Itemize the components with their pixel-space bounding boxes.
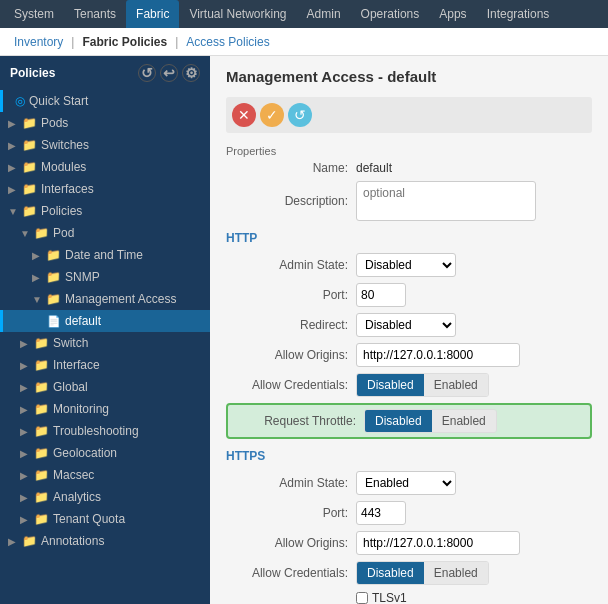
ssl-protocols-group: TLSv1 TLSv1.1 TLSv1.2 bbox=[356, 591, 417, 604]
description-input[interactable] bbox=[356, 181, 536, 221]
sidebar-item-pods[interactable]: ▶ 📁 Pods bbox=[0, 112, 210, 134]
https-allow-credentials-enabled-btn[interactable]: Enabled bbox=[424, 562, 488, 584]
sidebar-item-tenant-quota[interactable]: ▶ 📁 Tenant Quota bbox=[0, 508, 210, 530]
submit-button[interactable]: ✓ bbox=[260, 103, 284, 127]
chevron-icon: ▶ bbox=[20, 426, 30, 437]
http-admin-state-label: Admin State: bbox=[226, 258, 356, 272]
sidebar-item-macsec[interactable]: ▶ 📁 Macsec bbox=[0, 464, 210, 486]
sidebar-item-label: Macsec bbox=[53, 468, 94, 482]
chevron-icon: ▶ bbox=[8, 118, 18, 129]
http-port-label: Port: bbox=[226, 288, 356, 302]
file-icon: 📄 bbox=[47, 315, 61, 328]
sidebar-item-label: Switches bbox=[41, 138, 89, 152]
folder-icon: 📁 bbox=[22, 160, 37, 174]
folder-icon: 📁 bbox=[34, 512, 49, 526]
sidebar-item-global[interactable]: ▶ 📁 Global bbox=[0, 376, 210, 398]
folder-icon: 📁 bbox=[34, 336, 49, 350]
sidebar-item-label: Monitoring bbox=[53, 402, 109, 416]
nav-system[interactable]: System bbox=[4, 0, 64, 28]
http-allow-credentials-disabled-btn[interactable]: Disabled bbox=[357, 374, 424, 396]
folder-icon: 📁 bbox=[34, 380, 49, 394]
chevron-icon: ▼ bbox=[8, 206, 18, 217]
sidebar-item-quick-start[interactable]: ◎ Quick Start bbox=[0, 90, 210, 112]
sidebar-item-monitoring[interactable]: ▶ 📁 Monitoring bbox=[0, 398, 210, 420]
https-port-input[interactable] bbox=[356, 501, 406, 525]
https-port-row: Port: bbox=[226, 501, 592, 525]
sidebar-item-interface[interactable]: ▶ 📁 Interface bbox=[0, 354, 210, 376]
folder-icon: 📁 bbox=[34, 424, 49, 438]
sidebar-item-modules[interactable]: ▶ 📁 Modules bbox=[0, 156, 210, 178]
sidebar-item-label: Global bbox=[53, 380, 88, 394]
delete-button[interactable]: ✕ bbox=[232, 103, 256, 127]
http-request-throttle-disabled-btn[interactable]: Disabled bbox=[365, 410, 432, 432]
sidebar-item-geolocation[interactable]: ▶ 📁 Geolocation bbox=[0, 442, 210, 464]
sidebar-item-label: default bbox=[65, 314, 101, 328]
http-port-input[interactable] bbox=[356, 283, 406, 307]
chevron-icon: ▶ bbox=[20, 448, 30, 459]
name-value: default bbox=[356, 161, 392, 175]
sidebar-item-interfaces[interactable]: ▶ 📁 Interfaces bbox=[0, 178, 210, 200]
nav-apps[interactable]: Apps bbox=[429, 0, 476, 28]
sidebar-item-analytics[interactable]: ▶ 📁 Analytics bbox=[0, 486, 210, 508]
sidebar-item-label: SNMP bbox=[65, 270, 100, 284]
sidebar-item-annotations[interactable]: ▶ 📁 Annotations bbox=[0, 530, 210, 552]
sidebar-item-label: Interfaces bbox=[41, 182, 94, 196]
sidebar-item-policies[interactable]: ▼ 📁 Policies bbox=[0, 200, 210, 222]
sidebar-item-management-access[interactable]: ▼ 📁 Management Access bbox=[0, 288, 210, 310]
http-allow-origins-input[interactable] bbox=[356, 343, 520, 367]
nav-fabric[interactable]: Fabric bbox=[126, 0, 179, 28]
sidebar-item-date-time[interactable]: ▶ 📁 Date and Time bbox=[0, 244, 210, 266]
https-admin-state-select[interactable]: Enabled Disabled bbox=[356, 471, 456, 495]
nav-integrations[interactable]: Integrations bbox=[477, 0, 560, 28]
http-allow-credentials-label: Allow Credentials: bbox=[226, 378, 356, 392]
folder-icon: 📁 bbox=[22, 204, 37, 218]
refresh-button[interactable]: ↺ bbox=[288, 103, 312, 127]
sidebar-item-label: Interface bbox=[53, 358, 100, 372]
https-allow-credentials-disabled-btn[interactable]: Disabled bbox=[357, 562, 424, 584]
chevron-icon: ▼ bbox=[32, 294, 42, 305]
chevron-icon: ▶ bbox=[20, 382, 30, 393]
nav-virtual-networking[interactable]: Virtual Networking bbox=[179, 0, 296, 28]
sidebar-item-troubleshooting[interactable]: ▶ 📁 Troubleshooting bbox=[0, 420, 210, 442]
description-row: Description: bbox=[226, 181, 592, 221]
top-nav: System Tenants Fabric Virtual Networking… bbox=[0, 0, 608, 28]
chevron-icon: ▶ bbox=[20, 470, 30, 481]
chevron-icon: ▶ bbox=[32, 250, 42, 261]
http-redirect-select[interactable]: Disabled Enabled bbox=[356, 313, 456, 337]
sidebar-item-pod[interactable]: ▼ 📁 Pod bbox=[0, 222, 210, 244]
chevron-icon: ▶ bbox=[8, 184, 18, 195]
https-allow-origins-label: Allow Origins: bbox=[226, 536, 356, 550]
nav-operations[interactable]: Operations bbox=[351, 0, 430, 28]
nav-admin[interactable]: Admin bbox=[297, 0, 351, 28]
http-allow-credentials-enabled-btn[interactable]: Enabled bbox=[424, 374, 488, 396]
subnav-fabric-policies[interactable]: Fabric Policies bbox=[78, 33, 171, 51]
sidebar-item-switch[interactable]: ▶ 📁 Switch bbox=[0, 332, 210, 354]
sidebar-title: Policies bbox=[10, 66, 55, 80]
sidebar-refresh-icon[interactable]: ↺ bbox=[138, 64, 156, 82]
ssl-tlsv1-row: TLSv1 bbox=[356, 591, 417, 604]
sidebar-item-label: Date and Time bbox=[65, 248, 143, 262]
sidebar-back-icon[interactable]: ↩ bbox=[160, 64, 178, 82]
subnav-access-policies[interactable]: Access Policies bbox=[182, 33, 273, 51]
folder-icon: 📁 bbox=[46, 292, 61, 306]
subnav-inventory[interactable]: Inventory bbox=[10, 33, 67, 51]
folder-icon: 📁 bbox=[22, 534, 37, 548]
http-request-throttle-enabled-btn[interactable]: Enabled bbox=[432, 410, 496, 432]
sidebar-item-snmp[interactable]: ▶ 📁 SNMP bbox=[0, 266, 210, 288]
http-redirect-row: Redirect: Disabled Enabled bbox=[226, 313, 592, 337]
sidebar-item-label: Management Access bbox=[65, 292, 176, 306]
sidebar-item-default[interactable]: 📄 default bbox=[0, 310, 210, 332]
sidebar-settings-icon[interactable]: ⚙ bbox=[182, 64, 200, 82]
chevron-icon: ▶ bbox=[32, 272, 42, 283]
http-request-throttle-label: Request Throttle: bbox=[234, 414, 364, 428]
ssl-tlsv1-checkbox[interactable] bbox=[356, 592, 368, 604]
sidebar-item-switches[interactable]: ▶ 📁 Switches bbox=[0, 134, 210, 156]
https-allow-origins-input[interactable] bbox=[356, 531, 520, 555]
chevron-icon: ▼ bbox=[20, 228, 30, 239]
http-admin-state-select[interactable]: Disabled Enabled bbox=[356, 253, 456, 277]
properties-section-label: Properties bbox=[226, 145, 592, 157]
https-allow-credentials-row: Allow Credentials: Disabled Enabled bbox=[226, 561, 592, 585]
chevron-icon: ▶ bbox=[20, 514, 30, 525]
description-label: Description: bbox=[226, 194, 356, 208]
nav-tenants[interactable]: Tenants bbox=[64, 0, 126, 28]
